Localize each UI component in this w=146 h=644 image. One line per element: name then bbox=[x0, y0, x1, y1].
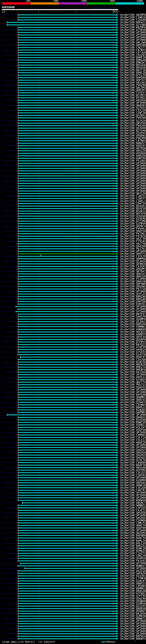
hit-bar[interactable] bbox=[18, 362, 116, 362]
hit-bar[interactable] bbox=[18, 145, 116, 146]
hit-bar[interactable] bbox=[23, 502, 116, 503]
hit-bar[interactable] bbox=[18, 30, 116, 30]
hit-bar[interactable] bbox=[18, 626, 116, 627]
hit-bar[interactable] bbox=[18, 326, 116, 327]
hit-bar[interactable] bbox=[18, 178, 116, 179]
hit-bar[interactable] bbox=[18, 319, 116, 320]
hit-bar[interactable] bbox=[18, 90, 116, 91]
hit-bar[interactable] bbox=[18, 115, 116, 116]
hit-bar[interactable] bbox=[18, 339, 116, 340]
hit-bar[interactable] bbox=[18, 223, 116, 224]
hit-bar[interactable] bbox=[18, 47, 116, 48]
hit-bar[interactable] bbox=[18, 301, 116, 302]
hit-bar[interactable] bbox=[18, 296, 116, 297]
hit-bar[interactable] bbox=[18, 344, 116, 345]
hit-bar[interactable] bbox=[18, 621, 116, 622]
hit-bar[interactable] bbox=[18, 616, 116, 616]
hit-bar[interactable] bbox=[18, 450, 116, 450]
hit-bar[interactable] bbox=[18, 70, 116, 70]
hit-bar[interactable] bbox=[18, 346, 116, 348]
hit-bar[interactable] bbox=[18, 281, 116, 282]
hit-bar[interactable] bbox=[18, 510, 116, 511]
hit-bar[interactable] bbox=[18, 218, 116, 219]
hit-bar[interactable] bbox=[18, 87, 116, 88]
hit-bar[interactable] bbox=[18, 208, 116, 209]
hit-bar[interactable] bbox=[18, 62, 116, 63]
hit-bar[interactable] bbox=[18, 166, 116, 166]
hit-bar[interactable] bbox=[18, 543, 116, 544]
hit-bar[interactable] bbox=[18, 120, 116, 121]
hit-bar[interactable] bbox=[18, 228, 116, 229]
hit-bar[interactable] bbox=[18, 500, 116, 501]
hit-bar[interactable] bbox=[18, 590, 116, 592]
hit-bar[interactable] bbox=[18, 57, 116, 58]
hit-bar[interactable] bbox=[18, 550, 116, 551]
hit-bar[interactable] bbox=[18, 417, 116, 418]
hit-bar[interactable] bbox=[18, 600, 116, 602]
hit-bar[interactable] bbox=[18, 470, 116, 470]
hit-bar[interactable] bbox=[16, 306, 116, 307]
hit-bar[interactable] bbox=[18, 384, 116, 385]
hit-bar[interactable] bbox=[18, 444, 116, 446]
hit-bar[interactable] bbox=[18, 631, 116, 632]
hit-bar[interactable] bbox=[18, 399, 116, 400]
hit-bar[interactable] bbox=[18, 487, 116, 488]
hit-bar[interactable] bbox=[21, 356, 116, 358]
hit-bar[interactable] bbox=[18, 440, 116, 440]
hit-bar[interactable] bbox=[18, 95, 116, 96]
hit-bar[interactable] bbox=[16, 311, 116, 312]
hit-bar[interactable] bbox=[18, 432, 116, 433]
hit-bar[interactable] bbox=[25, 568, 116, 569]
hit-bar[interactable] bbox=[18, 538, 116, 538]
hit-bar[interactable] bbox=[18, 532, 116, 534]
hit-bar[interactable] bbox=[18, 555, 116, 556]
hit-bar[interactable] bbox=[18, 118, 116, 118]
hit-bar[interactable] bbox=[18, 505, 116, 506]
hit-bar[interactable] bbox=[18, 155, 116, 156]
hit-bar[interactable] bbox=[18, 72, 116, 73]
hit-bar[interactable] bbox=[18, 198, 116, 199]
hit-bar[interactable] bbox=[18, 309, 116, 310]
hit-bar[interactable] bbox=[18, 150, 116, 151]
hit-bar[interactable] bbox=[18, 583, 116, 584]
hit-bar[interactable] bbox=[18, 102, 116, 103]
hit-bar[interactable] bbox=[18, 420, 116, 420]
hit-bar[interactable] bbox=[18, 623, 116, 624]
hit-bar[interactable] bbox=[18, 288, 116, 290]
hit-bar[interactable] bbox=[18, 452, 116, 453]
hit-bar[interactable] bbox=[18, 410, 116, 410]
hit-bar[interactable] bbox=[18, 336, 116, 338]
hit-bar[interactable] bbox=[18, 442, 116, 443]
hit-bar[interactable] bbox=[18, 427, 116, 428]
hit-bar[interactable] bbox=[18, 580, 116, 582]
hit-bar[interactable] bbox=[18, 125, 116, 126]
hit-bar[interactable] bbox=[18, 548, 116, 549]
hit-bar[interactable] bbox=[18, 34, 116, 36]
hit-bar[interactable] bbox=[18, 153, 116, 154]
hit-bar[interactable] bbox=[18, 462, 116, 463]
hit-bar[interactable] bbox=[18, 148, 116, 149]
hit-bar[interactable] bbox=[18, 251, 116, 252]
hit-bar[interactable] bbox=[18, 495, 116, 496]
hit-bar[interactable] bbox=[18, 379, 116, 380]
hit-bar[interactable] bbox=[18, 77, 116, 78]
hit-bar[interactable] bbox=[18, 434, 116, 436]
hit-bar[interactable] bbox=[7, 414, 116, 415]
hit-bar[interactable] bbox=[18, 364, 116, 365]
hit-bar[interactable] bbox=[18, 200, 116, 202]
hit-bar[interactable] bbox=[18, 316, 116, 317]
hit-bar[interactable] bbox=[18, 130, 116, 131]
hit-bar[interactable] bbox=[18, 573, 116, 574]
hit-bar[interactable] bbox=[18, 633, 116, 634]
hit-bar[interactable] bbox=[18, 485, 116, 486]
hit-bar[interactable] bbox=[18, 515, 116, 516]
hit-bar[interactable] bbox=[18, 170, 116, 171]
hit-bar[interactable] bbox=[18, 123, 116, 124]
hit-bar[interactable] bbox=[18, 475, 116, 476]
hit-bar[interactable] bbox=[18, 135, 116, 136]
hit-bar[interactable] bbox=[18, 482, 116, 483]
hit-bar[interactable] bbox=[7, 24, 116, 25]
hit-bar[interactable] bbox=[18, 233, 116, 234]
hit-bar[interactable] bbox=[18, 50, 116, 50]
hit-bar[interactable] bbox=[18, 558, 116, 559]
